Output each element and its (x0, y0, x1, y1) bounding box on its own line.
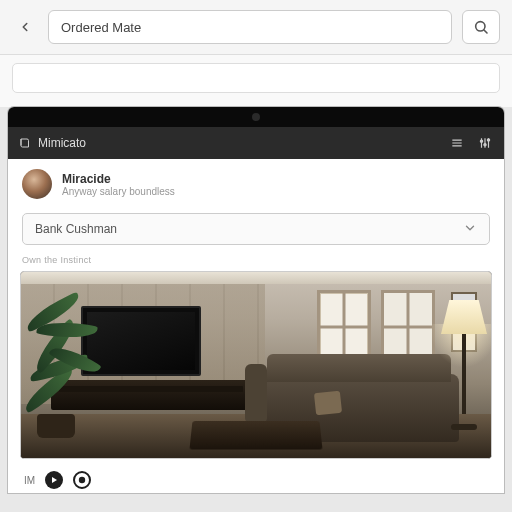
dropdown-selected: Bank Cushman (35, 222, 117, 236)
play-icon (52, 477, 57, 483)
camera-dot-icon (252, 113, 260, 121)
secondary-bar (0, 55, 512, 107)
chevron-left-icon (18, 20, 32, 34)
browser-top-bar: Ordered Mate (0, 0, 512, 55)
address-text: Ordered Mate (61, 20, 141, 35)
play-button[interactable] (45, 471, 63, 489)
section-caption: Own the Instinct (8, 253, 504, 271)
search-icon (473, 19, 489, 35)
media-preview[interactable] (20, 271, 492, 459)
record-icon (78, 476, 86, 484)
svg-line-1 (484, 30, 487, 33)
living-room-scene (21, 272, 491, 458)
category-dropdown-wrap: Bank Cushman (8, 209, 504, 253)
tools-button[interactable] (476, 134, 494, 152)
profile-subtitle: Anyway salary boundless (62, 186, 175, 197)
svg-point-9 (484, 144, 486, 146)
back-button[interactable] (12, 14, 38, 40)
profile-row: Miracide Anyway salary boundless (8, 159, 504, 209)
profile-text: Miracide Anyway salary boundless (62, 172, 175, 197)
chevron-down-icon (463, 221, 477, 238)
app-window: Mimicato Miracide Anyway salary boundles… (8, 107, 504, 493)
controls-label: IM (24, 475, 35, 486)
header-actions (448, 134, 494, 152)
search-button[interactable] (462, 10, 500, 44)
secondary-input[interactable] (12, 63, 500, 93)
app-header: Mimicato (8, 127, 504, 159)
book-icon (18, 136, 32, 150)
record-button[interactable] (73, 471, 91, 489)
svg-point-8 (480, 140, 482, 142)
svg-point-10 (487, 139, 489, 141)
avatar[interactable] (22, 169, 52, 199)
category-dropdown[interactable]: Bank Cushman (22, 213, 490, 245)
media-controls: IM (8, 465, 504, 493)
app-title-area: Mimicato (18, 136, 440, 150)
address-bar[interactable]: Ordered Mate (48, 10, 452, 44)
list-button[interactable] (448, 134, 466, 152)
svg-point-11 (79, 477, 85, 483)
list-icon (450, 136, 464, 150)
profile-name: Miracide (62, 172, 175, 186)
window-frame-top (8, 107, 504, 127)
app-title: Mimicato (38, 136, 86, 150)
equalizer-icon (478, 136, 492, 150)
